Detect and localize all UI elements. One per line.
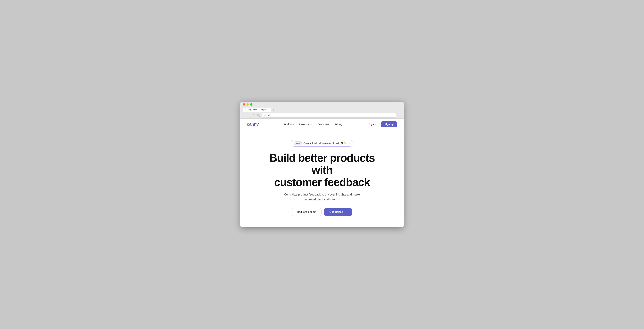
address-bar[interactable]: canny.io — [262, 113, 396, 117]
tab-bar: Canny - Build better products with custo… — [243, 107, 401, 112]
nav-customers-label: Customers — [318, 123, 329, 126]
hero-buttons: Request a demo Get started → — [292, 208, 352, 216]
nav-item-resources[interactable]: Resources ▾ — [299, 123, 312, 126]
browser-window: Canny - Build better products with custo… — [240, 102, 404, 228]
navbar: canny Product ▾ Resources ▾ Customers Pr… — [240, 119, 404, 130]
traffic-lights — [243, 103, 401, 106]
nav-product-label: Product — [284, 123, 292, 126]
nav-item-product[interactable]: Product ▾ — [284, 123, 294, 126]
nav-links: Product ▾ Resources ▾ Customers Pricing — [284, 123, 342, 126]
chevron-down-icon: ▾ — [293, 123, 294, 125]
hero-badge[interactable]: New Capture feedback automatically with … — [291, 140, 353, 147]
signin-button[interactable]: Sign in — [367, 122, 378, 127]
get-started-label: Get started — [329, 211, 343, 213]
nav-pricing-label: Pricing — [334, 123, 342, 126]
hero-subtitle: Centralize product feedback to uncover i… — [280, 192, 364, 202]
hero-section: New Capture feedback automatically with … — [240, 130, 404, 228]
browser-chrome: Canny - Build better products with custo… — [240, 102, 404, 112]
maximize-button[interactable] — [250, 103, 252, 106]
chevron-down-icon: ▾ — [312, 123, 312, 125]
new-tab-button[interactable]: + — [271, 107, 276, 112]
hero-title-line1: Build better products with — [269, 152, 375, 176]
request-demo-button[interactable]: Request a demo — [292, 208, 322, 216]
forward-button[interactable]: → — [248, 114, 251, 117]
arrow-right-icon: → — [344, 211, 347, 213]
close-button[interactable] — [243, 103, 245, 106]
signup-button[interactable]: Sign up — [381, 121, 397, 127]
arrow-icon: → — [348, 142, 350, 144]
nav-item-customers[interactable]: Customers — [318, 123, 329, 126]
hero-title-line2: customer feedback — [274, 176, 370, 188]
active-tab[interactable]: Canny - Build better products with custo… — [243, 108, 271, 112]
hero-title: Build better products with customer feed… — [258, 152, 386, 188]
search-button[interactable]: 🔍 — [256, 114, 260, 117]
badge-new-label: New — [294, 141, 302, 145]
page-content: canny Product ▾ Resources ▾ Customers Pr… — [240, 119, 404, 228]
back-button[interactable]: ← — [243, 114, 246, 117]
address-text: canny.io — [264, 114, 271, 116]
nav-buttons: ← → ↻ 🔍 — [243, 114, 260, 117]
nav-item-pricing[interactable]: Pricing — [334, 123, 342, 126]
tab-title: Canny - Build better products with custo… — [246, 108, 268, 111]
nav-resources-label: Resources — [299, 123, 311, 126]
get-started-button[interactable]: Get started → — [324, 208, 352, 216]
more-options-button[interactable]: ⋯ — [397, 113, 401, 117]
badge-text: Capture feedback automatically with AI ✨ — [304, 142, 346, 144]
nav-actions: Sign in Sign up — [367, 121, 397, 127]
minimize-button[interactable] — [246, 103, 249, 106]
logo[interactable]: canny — [247, 122, 259, 127]
reload-button[interactable]: ↻ — [252, 114, 255, 117]
browser-toolbar: ← → ↻ 🔍 canny.io ⋯ — [240, 112, 404, 119]
